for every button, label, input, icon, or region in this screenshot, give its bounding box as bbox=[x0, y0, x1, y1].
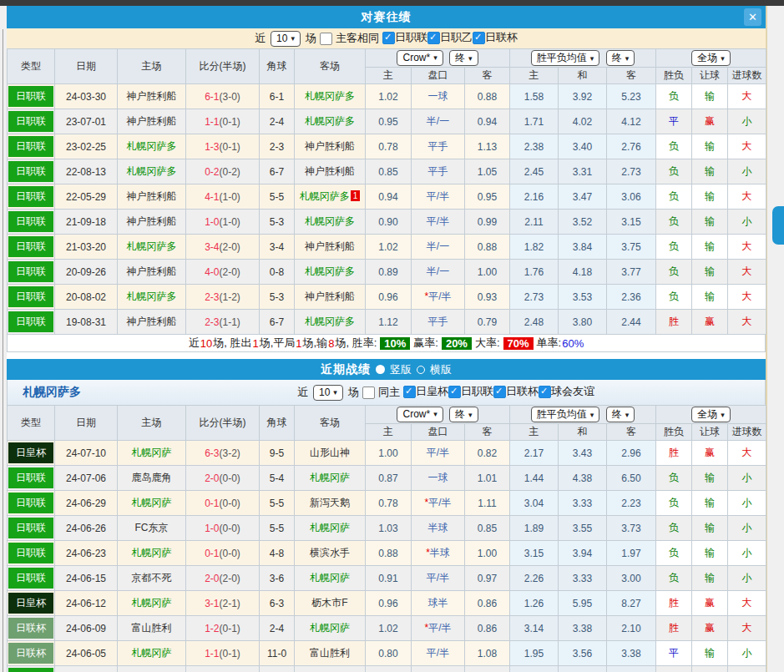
odds-group-header: 胜平负均值 终 bbox=[510, 49, 656, 68]
cell-date: 24-03-30 bbox=[55, 84, 118, 109]
cell-odds-home: 1.26 bbox=[510, 591, 559, 616]
cell-handicap-away: 0.97 bbox=[465, 666, 510, 672]
cell-away-team: 神户胜利船 bbox=[295, 159, 366, 184]
cell-date: 24-07-10 bbox=[55, 441, 118, 466]
scope-select[interactable]: 全场 bbox=[691, 407, 731, 422]
checkbox-label[interactable]: 日皇杯 bbox=[416, 384, 448, 399]
cell-home-team: 东京绿茵 bbox=[118, 666, 186, 672]
cell-odds-draw: 4.18 bbox=[559, 260, 607, 285]
bookmaker-select[interactable]: Crow* bbox=[397, 50, 443, 66]
cell-odds-home: 2.73 bbox=[510, 285, 559, 310]
cell-handicap-home: 0.89 bbox=[366, 260, 412, 285]
recent-count-select[interactable]: 10 bbox=[313, 385, 343, 401]
col-date: 日期 bbox=[55, 49, 118, 84]
cell-result-ou: 大 bbox=[728, 616, 766, 641]
cell-result-ou: 小 bbox=[728, 541, 766, 566]
checkbox-label[interactable]: 日职联 bbox=[461, 384, 493, 399]
checkbox-日职乙[interactable] bbox=[427, 32, 440, 44]
checkbox-label[interactable]: 日职联 bbox=[395, 30, 427, 45]
cell-odds-draw: 3.28 bbox=[559, 666, 607, 672]
cell-odds-away: 1.97 bbox=[607, 541, 656, 566]
cell-date: 24-06-12 bbox=[55, 591, 118, 616]
cell-score: 5-3(3-1) bbox=[186, 666, 260, 672]
cell-result-wdl: 胜 bbox=[656, 310, 692, 335]
scrollbar-thumb[interactable] bbox=[772, 206, 784, 245]
avg-select[interactable]: 胜平负均值 bbox=[531, 407, 600, 422]
same-venue-checkbox[interactable] bbox=[320, 33, 332, 45]
avg-select[interactable]: 胜平负均值 bbox=[531, 50, 600, 66]
cell-odds-home: 2.38 bbox=[510, 134, 559, 159]
cell-odds-home: 1.71 bbox=[510, 109, 559, 134]
cell-odds-draw: 3.33 bbox=[559, 491, 607, 516]
final-select[interactable]: 终 bbox=[606, 50, 635, 66]
h2h-count-select[interactable]: 10 bbox=[271, 31, 301, 47]
checkbox-球会友谊[interactable] bbox=[539, 386, 551, 398]
cell-corner: 2-4 bbox=[260, 109, 295, 134]
vertical-label[interactable]: 竖版 bbox=[390, 362, 412, 377]
same-home-checkbox[interactable] bbox=[362, 387, 375, 399]
checkbox-label[interactable]: 日职乙 bbox=[440, 30, 473, 45]
cell-score: 6-3(3-2) bbox=[186, 441, 260, 466]
cell-league: 日职联 bbox=[8, 109, 55, 134]
close-icon[interactable]: ✕ bbox=[744, 8, 761, 26]
checkbox-label[interactable]: 日联杯 bbox=[506, 384, 539, 399]
cell-league: 日职联 bbox=[8, 666, 55, 672]
cell-odds-away: 2.96 bbox=[607, 441, 656, 466]
horizontal-label[interactable]: 横版 bbox=[430, 362, 452, 377]
cell-handicap-home: 0.96 bbox=[366, 285, 412, 310]
cell-result-ou: 小 bbox=[728, 516, 766, 541]
col-score: 比分(半场) bbox=[186, 406, 260, 441]
cell-odds-home: 2.48 bbox=[510, 310, 559, 335]
checkbox-日职联[interactable] bbox=[448, 386, 461, 398]
red-card-badge: 1 bbox=[351, 190, 361, 201]
cell-odds-home: 1.89 bbox=[510, 516, 559, 541]
cell-handicap: 平手 bbox=[412, 310, 465, 335]
table-row: 日联杯24-06-09富山胜利1-2(0-1)2-4札幌冈萨1.02*平/半0.… bbox=[8, 616, 766, 641]
cell-corner: 3-4 bbox=[260, 235, 295, 260]
col-result-wdl: 胜负 bbox=[656, 424, 692, 441]
final-select[interactable]: 终 bbox=[449, 407, 478, 422]
checkbox-label[interactable]: 日联杯 bbox=[485, 30, 518, 45]
cell-date: 24-06-15 bbox=[55, 566, 118, 591]
cell-odds-draw: 4.38 bbox=[559, 466, 607, 491]
checkbox-日联杯[interactable] bbox=[473, 32, 485, 44]
cell-league: 日联杯 bbox=[8, 616, 55, 641]
cell-odds-draw: 3.33 bbox=[559, 566, 607, 591]
near-label: 近 bbox=[255, 31, 266, 46]
cell-handicap: 半/一 bbox=[412, 235, 465, 260]
scope-select[interactable]: 全场 bbox=[691, 50, 731, 66]
cell-handicap-away: 1.01 bbox=[465, 466, 510, 491]
table-row: 日职联21-09-18神户胜利船1-0(1-0)5-3札幌冈萨多0.90平/半0… bbox=[8, 210, 766, 235]
cell-corner: 3-6 bbox=[260, 566, 295, 591]
cell-odds-away: 3.15 bbox=[607, 210, 656, 235]
cell-league: 日职联 bbox=[8, 134, 55, 159]
checkbox-日皇杯[interactable] bbox=[403, 386, 416, 398]
checkbox-日职联[interactable] bbox=[382, 32, 395, 44]
final-select[interactable]: 终 bbox=[606, 407, 635, 422]
cell-home-team: 札幌冈萨多 bbox=[118, 235, 186, 260]
same-venue-label[interactable]: 主客相同 bbox=[336, 31, 379, 46]
cell-away-team: 札幌冈萨 bbox=[295, 466, 366, 491]
cell-odds-draw: 5.95 bbox=[559, 591, 607, 616]
cell-handicap: *平/半 bbox=[412, 285, 465, 310]
cell-result-wdl: 负 bbox=[656, 260, 692, 285]
cell-home-team: FC东京 bbox=[118, 516, 186, 541]
col-score: 比分(半场) bbox=[186, 49, 260, 84]
cell-handicap-home: 0.95 bbox=[366, 109, 412, 134]
cell-handicap-home: 0.78 bbox=[366, 134, 412, 159]
bookmaker-select[interactable]: Crow* bbox=[397, 407, 443, 422]
cell-odds-home: 3.14 bbox=[510, 616, 559, 641]
checkbox-日联杯[interactable] bbox=[493, 386, 506, 398]
cell-handicap: *平/半 bbox=[412, 616, 465, 641]
cell-odds-away: 3.73 bbox=[607, 516, 656, 541]
radio-vertical[interactable] bbox=[376, 365, 385, 374]
cell-league: 日职联 bbox=[8, 260, 55, 285]
cell-corner: 5-5 bbox=[260, 184, 295, 210]
final-select[interactable]: 终 bbox=[449, 50, 478, 66]
checkbox-label[interactable]: 球会友谊 bbox=[551, 384, 594, 399]
same-home-label[interactable]: 同主 bbox=[378, 385, 400, 400]
radio-horizontal[interactable] bbox=[417, 366, 425, 374]
cell-away-team: 札幌冈萨 bbox=[295, 516, 366, 541]
cell-result-ou: 小 bbox=[728, 109, 766, 134]
cell-date: 23-02-25 bbox=[55, 134, 118, 159]
